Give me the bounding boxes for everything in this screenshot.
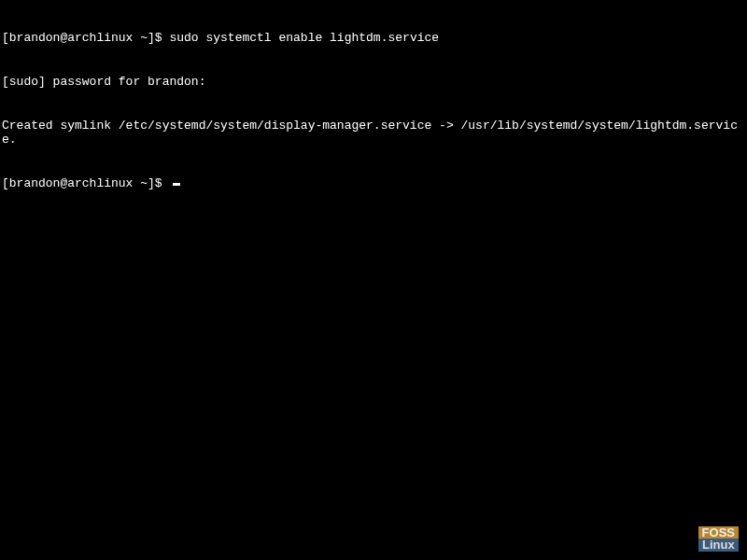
terminal-line-1: [brandon@archlinux ~]$ sudo systemctl en…	[2, 31, 745, 46]
entered-command: sudo systemctl enable lightdm.service	[169, 31, 439, 45]
terminal-output[interactable]: [brandon@archlinux ~]$ sudo systemctl en…	[2, 2, 745, 205]
watermark-bottom-text: Linux	[698, 539, 739, 552]
watermark-badge: FOSS Linux	[698, 526, 739, 552]
shell-prompt: [brandon@archlinux ~]$	[2, 176, 169, 190]
watermark-top-text: FOSS	[698, 526, 739, 539]
terminal-line-4: [brandon@archlinux ~]$	[2, 176, 745, 191]
terminal-line-3: Created symlink /etc/systemd/system/disp…	[2, 119, 745, 147]
shell-prompt: [brandon@archlinux ~]$	[2, 31, 169, 45]
terminal-line-2: [sudo] password for brandon:	[2, 75, 745, 90]
cursor-icon	[173, 183, 180, 186]
